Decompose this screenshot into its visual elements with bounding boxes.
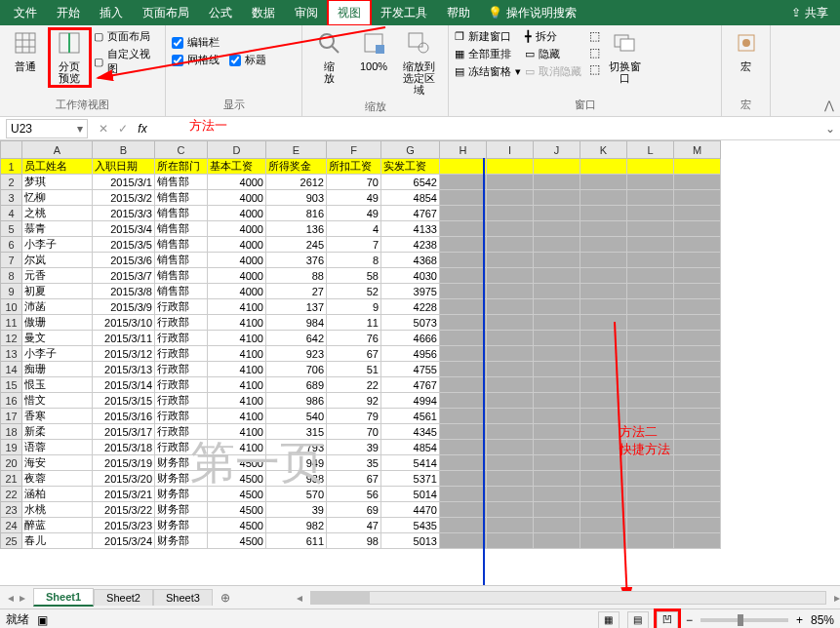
- expand-formula-bar-icon[interactable]: ⌄: [820, 122, 840, 136]
- svg-rect-10: [376, 45, 384, 54]
- zoom-label: 缩 放: [324, 60, 335, 84]
- headings-checkbox[interactable]: 标题: [229, 53, 266, 67]
- tab-home[interactable]: 开始: [47, 0, 90, 25]
- formula-bar: U23 ▾ ✕ ✓ fx ⌄: [0, 117, 840, 140]
- page-break-icon: [56, 31, 83, 59]
- hundred-icon: [360, 31, 387, 59]
- split-button[interactable]: ╋拆分: [525, 29, 581, 44]
- zoom-in-button[interactable]: +: [796, 613, 803, 627]
- tab-page-layout[interactable]: 页面布局: [133, 0, 199, 25]
- new-window-button[interactable]: ❐新建窗口: [455, 29, 521, 44]
- spreadsheet-grid[interactable]: ABCDEFGHIJKLM1员工姓名入职日期所在部门基本工资所得奖金所扣工资实发…: [0, 140, 840, 585]
- svg-point-16: [742, 39, 750, 47]
- tell-me-label: 操作说明搜索: [506, 5, 577, 21]
- add-sheet-button[interactable]: ⊕: [213, 591, 238, 605]
- sheet-tab-3[interactable]: Sheet3: [153, 589, 213, 606]
- formula-bar-checkbox[interactable]: 编辑栏: [172, 35, 266, 50]
- collapse-ribbon-icon[interactable]: ⋀: [824, 98, 834, 112]
- hide-icon: ▭: [525, 48, 535, 60]
- zoom-level[interactable]: 85%: [811, 613, 834, 627]
- annotation-method2: 方法二 快捷方法: [620, 423, 670, 458]
- scroll-left-icon[interactable]: ◂: [297, 591, 302, 605]
- tab-file[interactable]: 文件: [4, 0, 47, 25]
- menu-bar: 文件 开始 插入 页面布局 公式 数据 审阅 视图 开发工具 帮助 💡 操作说明…: [0, 0, 840, 25]
- compare-icon[interactable]: ⬚: [589, 29, 600, 43]
- svg-point-7: [320, 34, 334, 48]
- svg-rect-0: [16, 33, 35, 53]
- name-box-value: U23: [11, 122, 32, 136]
- new-window-icon: ❐: [455, 30, 464, 43]
- zoom-100-button[interactable]: 100%: [353, 29, 394, 74]
- arrange-all-button[interactable]: ▦全部重排: [455, 47, 521, 61]
- switch-windows-label: 切换窗口: [606, 60, 643, 84]
- scroll-right-icon[interactable]: ▸: [834, 591, 840, 605]
- group-label-window: 窗口: [455, 98, 715, 112]
- macros-icon: [733, 31, 760, 59]
- zoom-100-label: 100%: [360, 60, 387, 72]
- sheet-nav-next[interactable]: ▸: [20, 591, 25, 605]
- page-break-label: 分页 预览: [59, 60, 80, 84]
- status-bar: 就绪 ▣ ▦ ▤ 凹 − + 85%: [0, 608, 840, 628]
- macro-record-icon[interactable]: ▣: [37, 613, 48, 627]
- normal-view-label: 普通: [15, 60, 36, 72]
- name-box[interactable]: U23 ▾: [6, 119, 88, 138]
- group-label-zoom: 缩放: [308, 99, 442, 114]
- sheet-tab-bar: ◂ ▸ Sheet1 Sheet2 Sheet3 ⊕ ◂ ▸: [0, 585, 840, 608]
- page-break-preview-button[interactable]: 分页 预览: [50, 29, 90, 86]
- magnifier-icon: [315, 31, 342, 59]
- custom-views-icon: ▢: [94, 56, 103, 68]
- arrange-icon: ▦: [455, 48, 464, 60]
- page-layout-icon: ▢: [94, 30, 103, 43]
- zoom-button[interactable]: 缩 放: [308, 29, 349, 86]
- page-layout-button[interactable]: ▢页面布局: [94, 29, 159, 44]
- sheet-nav-prev[interactable]: ◂: [8, 591, 14, 605]
- reset-window-icon[interactable]: ⬚: [589, 62, 600, 76]
- split-icon: ╋: [525, 30, 532, 43]
- unhide-button: ▭取消隐藏: [525, 64, 581, 79]
- annotation-method1: 方法一: [189, 117, 227, 135]
- gridlines-checkbox[interactable]: 网格线: [172, 53, 220, 67]
- cancel-formula-button[interactable]: ✕: [94, 122, 113, 136]
- switch-windows-icon: [611, 31, 638, 59]
- view-page-layout-button[interactable]: ▤: [627, 611, 649, 629]
- share-button[interactable]: ⇪ 共享: [783, 5, 836, 21]
- unhide-icon: ▭: [525, 65, 535, 78]
- view-page-break-button[interactable]: 凹: [657, 611, 678, 629]
- view-normal-button[interactable]: ▦: [598, 611, 620, 629]
- sync-scroll-icon[interactable]: ⬚: [589, 46, 600, 59]
- fx-button[interactable]: fx: [133, 122, 152, 136]
- chevron-down-icon[interactable]: ▾: [77, 122, 83, 136]
- tab-formulas[interactable]: 公式: [199, 0, 242, 25]
- horizontal-scrollbar[interactable]: [310, 591, 826, 605]
- group-label-views: 工作簿视图: [6, 98, 159, 112]
- svg-line-8: [332, 46, 339, 53]
- svg-point-12: [419, 43, 428, 53]
- freeze-panes-button[interactable]: ▤冻结窗格 ▾: [455, 64, 521, 79]
- tab-developer[interactable]: 开发工具: [371, 0, 437, 25]
- macros-button[interactable]: 宏: [728, 29, 764, 74]
- grid-icon: [12, 31, 39, 59]
- tab-view[interactable]: 视图: [328, 0, 371, 25]
- hide-button[interactable]: ▭隐藏: [525, 47, 581, 61]
- share-icon: ⇪: [791, 6, 801, 20]
- enter-formula-button[interactable]: ✓: [113, 122, 133, 136]
- page-break-line[interactable]: [483, 158, 485, 585]
- tab-insert[interactable]: 插入: [90, 0, 133, 25]
- tab-help[interactable]: 帮助: [437, 0, 480, 25]
- zoom-selection-icon: [405, 31, 432, 59]
- zoom-selection-button[interactable]: 缩放到 选定区域: [398, 29, 439, 98]
- zoom-out-button[interactable]: −: [686, 613, 693, 627]
- switch-windows-button[interactable]: 切换窗口: [604, 29, 645, 86]
- tab-review[interactable]: 审阅: [285, 0, 328, 25]
- tab-data[interactable]: 数据: [242, 0, 285, 25]
- custom-views-button[interactable]: ▢自定义视图: [94, 47, 159, 76]
- sheet-tab-1[interactable]: Sheet1: [33, 588, 94, 607]
- group-label-macros: 宏: [728, 98, 764, 112]
- ribbon: 普通 分页 预览 ▢页面布局 ▢自定义视图 工作簿视图 编辑栏 网格线 标题: [0, 25, 840, 117]
- zoom-slider[interactable]: [700, 618, 788, 622]
- tell-me[interactable]: 💡 操作说明搜索: [480, 5, 584, 21]
- group-label-show: 显示: [172, 98, 296, 112]
- sheet-tab-2[interactable]: Sheet2: [94, 589, 153, 606]
- normal-view-button[interactable]: 普通: [6, 29, 46, 74]
- svg-rect-14: [620, 39, 634, 51]
